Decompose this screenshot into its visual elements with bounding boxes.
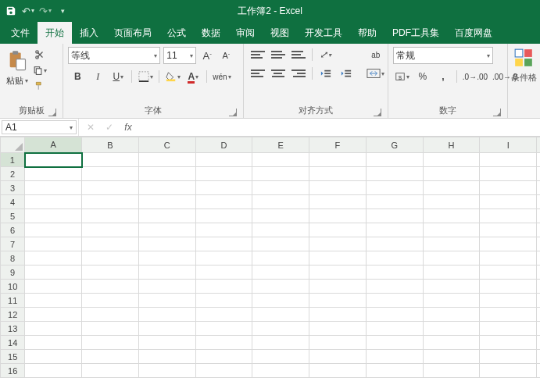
- cell[interactable]: [423, 251, 480, 265]
- cell[interactable]: [25, 350, 82, 364]
- cell[interactable]: [82, 280, 139, 294]
- cell[interactable]: [138, 280, 195, 294]
- cell[interactable]: [138, 223, 195, 237]
- cancel-formula-icon[interactable]: ✕: [85, 122, 96, 133]
- cell[interactable]: [423, 364, 480, 378]
- align-top-button[interactable]: [249, 47, 267, 62]
- cell[interactable]: [138, 265, 195, 280]
- cell[interactable]: [195, 322, 252, 336]
- tab-file[interactable]: 文件: [3, 22, 38, 44]
- cell[interactable]: [195, 195, 252, 209]
- cell[interactable]: [537, 265, 540, 280]
- cell[interactable]: [423, 195, 480, 209]
- cell[interactable]: [82, 181, 139, 195]
- cell[interactable]: [138, 209, 195, 223]
- cell[interactable]: [309, 336, 367, 350]
- cell[interactable]: [82, 251, 139, 265]
- cell[interactable]: [25, 294, 82, 308]
- cell[interactable]: [138, 153, 195, 167]
- phonetic-button[interactable]: wén▾: [211, 69, 232, 84]
- cell[interactable]: [138, 251, 195, 265]
- increase-decimal-button[interactable]: .0→.00: [461, 69, 489, 84]
- cell[interactable]: [480, 237, 537, 251]
- cell[interactable]: [537, 209, 540, 223]
- font-name-combo[interactable]: 等线▾: [68, 47, 160, 64]
- cell[interactable]: [195, 280, 252, 294]
- cell[interactable]: [138, 181, 195, 195]
- cell[interactable]: [195, 251, 252, 265]
- font-launcher-icon[interactable]: [229, 109, 237, 116]
- cell[interactable]: [309, 294, 367, 308]
- conditional-formatting-button[interactable]: [513, 47, 535, 69]
- cell[interactable]: [480, 364, 537, 378]
- row-header[interactable]: 8: [1, 251, 25, 265]
- cell[interactable]: [366, 322, 423, 336]
- select-all-corner[interactable]: [1, 137, 25, 153]
- cell[interactable]: [480, 294, 537, 308]
- cell[interactable]: [25, 181, 82, 195]
- cell[interactable]: [252, 308, 309, 322]
- cell[interactable]: [82, 265, 139, 280]
- alignment-launcher-icon[interactable]: [374, 109, 381, 116]
- row-header[interactable]: 4: [1, 195, 25, 209]
- accounting-format-button[interactable]: $▾: [393, 69, 412, 84]
- cell[interactable]: [537, 167, 540, 181]
- column-header[interactable]: E: [252, 137, 309, 153]
- row-header[interactable]: 1: [1, 153, 25, 167]
- cell[interactable]: [252, 265, 309, 280]
- cell[interactable]: [25, 280, 82, 294]
- cell[interactable]: [423, 294, 480, 308]
- cell[interactable]: [25, 336, 82, 350]
- cell[interactable]: [252, 167, 309, 181]
- cell[interactable]: [195, 294, 252, 308]
- cell[interactable]: [537, 153, 540, 167]
- row-header[interactable]: 6: [1, 223, 25, 237]
- column-header[interactable]: F: [309, 137, 367, 153]
- cell[interactable]: [423, 167, 480, 181]
- cell[interactable]: [25, 153, 82, 167]
- cell[interactable]: [480, 350, 537, 364]
- cell[interactable]: [195, 265, 252, 280]
- row-header[interactable]: 2: [1, 167, 25, 181]
- format-painter-button[interactable]: [33, 80, 47, 92]
- column-header[interactable]: A: [25, 137, 82, 153]
- cell[interactable]: [537, 280, 540, 294]
- cell[interactable]: [537, 195, 540, 209]
- merge-center-button[interactable]: ▾: [365, 66, 387, 81]
- cell[interactable]: [82, 308, 139, 322]
- copy-button[interactable]: ▾: [33, 64, 47, 77]
- redo-icon[interactable]: ↷▾: [39, 5, 52, 17]
- tab-formulas[interactable]: 公式: [159, 22, 194, 44]
- cell[interactable]: [252, 350, 309, 364]
- cell[interactable]: [309, 322, 367, 336]
- cell[interactable]: [423, 237, 480, 251]
- decrease-indent-button[interactable]: [316, 66, 335, 81]
- column-header[interactable]: J: [537, 137, 540, 153]
- align-bottom-button[interactable]: [289, 47, 308, 62]
- cell[interactable]: [195, 167, 252, 181]
- cell[interactable]: [82, 237, 139, 251]
- cell[interactable]: [195, 153, 252, 167]
- tab-view[interactable]: 视图: [263, 22, 297, 44]
- cell[interactable]: [366, 294, 423, 308]
- cell[interactable]: [366, 181, 423, 195]
- cell[interactable]: [25, 237, 82, 251]
- cell[interactable]: [82, 153, 139, 167]
- cell[interactable]: [480, 181, 537, 195]
- number-format-combo[interactable]: 常规▾: [393, 47, 493, 64]
- number-launcher-icon[interactable]: [493, 109, 501, 116]
- cell[interactable]: [537, 336, 540, 350]
- cell[interactable]: [195, 364, 252, 378]
- cell[interactable]: [195, 223, 252, 237]
- tab-insert[interactable]: 插入: [72, 22, 106, 44]
- cell[interactable]: [138, 294, 195, 308]
- cell[interactable]: [82, 209, 139, 223]
- column-header[interactable]: I: [480, 137, 537, 153]
- cell[interactable]: [138, 336, 195, 350]
- row-header[interactable]: 15: [1, 350, 25, 364]
- tab-page-layout[interactable]: 页面布局: [106, 22, 159, 44]
- comma-format-button[interactable]: ,: [434, 69, 452, 84]
- increase-indent-button[interactable]: [337, 66, 356, 81]
- cell[interactable]: [537, 322, 540, 336]
- cell[interactable]: [480, 280, 537, 294]
